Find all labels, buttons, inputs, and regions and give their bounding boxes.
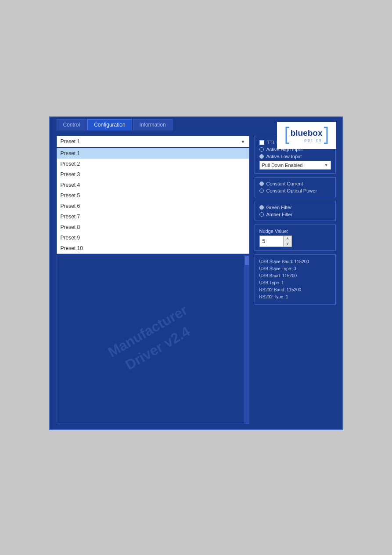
constant-current-radio[interactable]	[259, 181, 264, 186]
left-panel: Preset 1 ▼ Preset 1 Preset 2 Preset 3 Pr…	[57, 136, 249, 424]
nudge-input-wrap: ∧ ∨	[259, 236, 295, 247]
app-window: bluebox optics blue blue box optics	[49, 116, 343, 430]
list-item[interactable]: Preset 1	[57, 148, 249, 159]
constant-optical-label: Constant Optical Power	[266, 188, 317, 193]
pull-down-dropdown[interactable]: Pull Down Enabled ▼	[259, 161, 331, 170]
info-line-5: RS232 Baud: 115200	[259, 287, 331, 294]
nudge-arrows: ∧ ∨	[284, 236, 292, 247]
info-line-6: RS232 Type: 1	[259, 294, 331, 301]
filter-box: Green Filter Amber Filter	[255, 201, 336, 221]
amber-filter-radio[interactable]	[259, 212, 264, 217]
constant-current-row: Constant Current	[259, 181, 331, 186]
active-low-label: Active Low Input	[266, 154, 302, 159]
green-filter-row: Green Filter	[259, 205, 331, 210]
constant-optical-radio[interactable]	[259, 189, 264, 193]
info-box: USB Slave Baud: 115200 USB Slave Type: 0…	[255, 254, 336, 305]
ttl-mode-checkbox[interactable]	[259, 140, 264, 145]
tab-information[interactable]: Information	[133, 119, 173, 131]
active-low-row: Active Low Input	[259, 154, 331, 159]
info-line-3: USB Baud: 115200	[259, 272, 331, 279]
list-item[interactable]: Preset 3	[57, 169, 249, 180]
bracket-left-icon	[285, 127, 289, 144]
scrollbar[interactable]	[245, 255, 249, 424]
nudge-label: Nudge Value:	[259, 229, 331, 234]
bracket-right-icon	[324, 127, 328, 144]
nudge-input[interactable]	[259, 236, 284, 247]
green-filter-radio[interactable]	[259, 205, 264, 210]
list-item[interactable]: Preset 2	[57, 159, 249, 169]
green-filter-label: Green Filter	[266, 205, 292, 210]
list-item[interactable]: Preset 4	[57, 180, 249, 190]
list-item[interactable]: Preset 6	[57, 201, 249, 211]
preset-dropdown-wrapper: Preset 1 ▼	[57, 136, 249, 147]
list-item[interactable]: Preset 9	[57, 232, 249, 243]
right-panel: TTL Mode Active High Input Active Low In…	[255, 136, 336, 424]
dropdown-arrow-icon: ▼	[241, 139, 245, 144]
scrollbar-thumb[interactable]	[245, 256, 249, 265]
nudge-box: Nudge Value: ∧ ∨	[255, 225, 336, 251]
tab-configuration[interactable]: Configuration	[87, 119, 132, 131]
info-line-2: USB Slave Type: 0	[259, 265, 331, 272]
active-high-radio[interactable]	[259, 147, 264, 152]
current-mode-box: Constant Current Constant Optical Power	[255, 177, 336, 197]
content-area: Preset 1 ▼ Preset 1 Preset 2 Preset 3 Pr…	[50, 131, 342, 429]
preset-list: Preset 1 Preset 2 Preset 3 Preset 4 Pres…	[57, 148, 249, 254]
amber-filter-label: Amber Filter	[266, 212, 293, 217]
info-line-1: USB Slave Baud: 115200	[259, 258, 331, 265]
constant-current-label: Constant Current	[266, 181, 303, 186]
logo-container: bluebox optics	[277, 122, 336, 149]
pull-down-dropdown-wrapper: Pull Down Enabled ▼	[259, 161, 331, 170]
pull-down-arrow-icon: ▼	[324, 163, 328, 167]
active-low-radio[interactable]	[259, 154, 264, 159]
preset-dropdown-label: Preset 1	[61, 138, 80, 145]
amber-filter-row: Amber Filter	[259, 212, 331, 217]
watermark: ManufacturerDriver v2.4	[104, 300, 201, 379]
list-item[interactable]: Preset 10	[57, 243, 249, 254]
pull-down-label: Pull Down Enabled	[262, 163, 303, 168]
constant-optical-row: Constant Optical Power	[259, 188, 331, 193]
nudge-up-button[interactable]: ∧	[284, 236, 291, 241]
tab-control[interactable]: Control	[57, 119, 87, 131]
info-line-4: USB Type: 1	[259, 279, 331, 287]
list-item[interactable]: Preset 5	[57, 190, 249, 201]
list-item[interactable]: Preset 7	[57, 211, 249, 222]
nudge-down-button[interactable]: ∨	[284, 241, 291, 247]
list-item[interactable]: Preset 8	[57, 222, 249, 232]
preset-dropdown[interactable]: Preset 1 ▼	[57, 136, 249, 147]
list-scroll-area: ManufacturerDriver v2.4	[57, 255, 249, 424]
